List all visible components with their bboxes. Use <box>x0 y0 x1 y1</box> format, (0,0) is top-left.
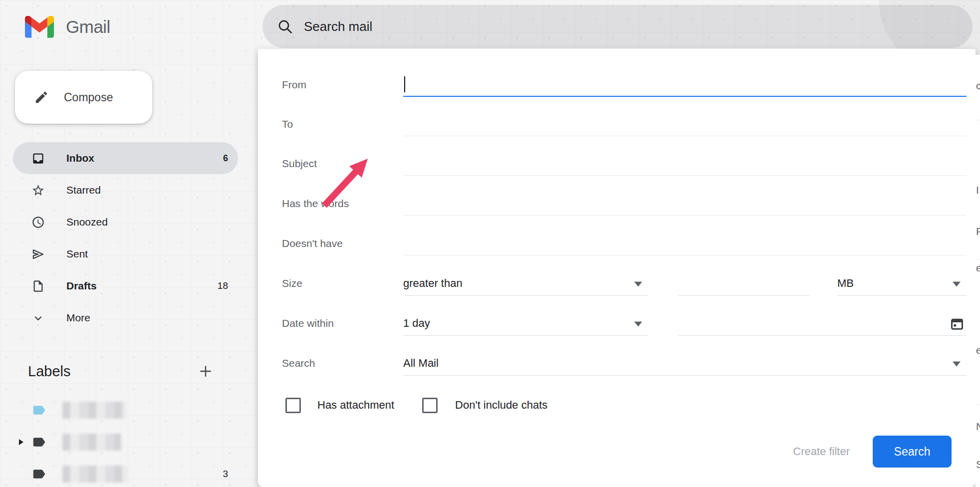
search-mail-bar[interactable]: Search mail <box>262 5 973 48</box>
sidebar-nav: Inbox 6 Starred Snoozed Sent <box>13 142 238 334</box>
clipped-text: F <box>976 226 980 238</box>
sidebar-item-more[interactable]: More <box>13 302 238 334</box>
inbox-count-badge: 6 <box>223 153 228 164</box>
sidebar-label-redacted-3[interactable]: 3 <box>13 458 238 487</box>
gmail-logo[interactable]: Gmail <box>25 16 110 38</box>
gmail-logo-text: Gmail <box>66 17 110 37</box>
checkbox-row: Has attachment Don't include chats <box>282 393 547 418</box>
field-label: Doesn't have <box>282 232 403 255</box>
size-operator-dropdown[interactable]: greater than <box>403 271 648 296</box>
field-label: Size <box>282 271 403 295</box>
dont-include-chats-checkbox[interactable] <box>422 398 438 413</box>
sidebar-label-redacted-1[interactable] <box>13 394 238 426</box>
calendar-icon[interactable] <box>950 316 965 331</box>
dropdown-arrow-icon <box>634 322 642 327</box>
sidebar-item-snoozed[interactable]: Snoozed <box>13 206 238 238</box>
text-cursor <box>404 76 405 92</box>
sidebar-item-label: Snoozed <box>66 216 108 228</box>
form-row-subject: Subject <box>282 152 967 176</box>
inbox-icon <box>31 152 45 165</box>
sidebar-item-label: Starred <box>66 184 101 196</box>
date-input[interactable] <box>678 311 967 336</box>
label-tag-icon <box>31 403 46 418</box>
plus-icon[interactable] <box>198 363 214 379</box>
size-unit-dropdown[interactable]: MB <box>837 271 967 296</box>
redacted-label-text <box>62 434 121 451</box>
label-count-badge: 3 <box>223 469 228 480</box>
sidebar-item-inbox[interactable]: Inbox 6 <box>13 142 238 174</box>
redacted-label-text <box>62 466 128 483</box>
sidebar-label-redacted-2[interactable] <box>13 426 238 458</box>
clipped-text: I <box>976 184 979 196</box>
search-button[interactable]: Search <box>873 436 952 468</box>
form-row-date-within: Date within 1 day <box>282 311 967 335</box>
to-input[interactable] <box>403 112 967 136</box>
drafts-count-badge: 18 <box>218 280 228 291</box>
star-icon <box>31 184 45 197</box>
pencil-icon <box>34 90 49 105</box>
create-filter-button[interactable]: Create filter <box>793 445 850 458</box>
search-scope-dropdown[interactable]: All Mail <box>403 351 967 376</box>
clipped-text: c <box>976 80 980 92</box>
clipped-text: N <box>976 421 980 433</box>
doesnt-have-input[interactable] <box>403 232 967 255</box>
sidebar: Gmail Compose Inbox 6 Starred Snoozed <box>0 0 256 487</box>
field-label: From <box>282 73 403 97</box>
has-attachment-checkbox[interactable] <box>285 398 301 413</box>
subject-input[interactable] <box>403 152 967 176</box>
search-icon[interactable] <box>277 18 293 34</box>
form-row-to: To <box>282 112 967 136</box>
form-row-search-scope: Search All Mail <box>282 351 967 375</box>
field-label: Has the words <box>282 192 403 216</box>
form-row-from: From <box>282 73 967 97</box>
size-amount-input[interactable] <box>678 271 809 296</box>
sidebar-item-sent[interactable]: Sent <box>13 238 238 270</box>
sidebar-item-label: Sent <box>66 248 88 260</box>
send-icon <box>31 247 45 261</box>
compose-button[interactable]: Compose <box>15 71 152 124</box>
clipped-text: S <box>976 459 980 471</box>
dropdown-arrow-icon <box>953 282 961 287</box>
gmail-app: { "app": { "title": "Gmail" }, "sidebar"… <box>0 0 980 487</box>
size-unit-value: MB <box>837 277 854 290</box>
dropdown-arrow-icon <box>634 282 642 287</box>
sidebar-item-drafts[interactable]: Drafts 18 <box>13 270 238 302</box>
field-label: Date within <box>282 311 403 335</box>
field-label: To <box>282 112 403 136</box>
form-row-size: Size greater than MB <box>282 271 967 295</box>
sidebar-item-label: Inbox <box>66 152 94 164</box>
search-placeholder: Search mail <box>304 19 372 34</box>
button-row: Create filter Search <box>793 435 952 468</box>
clipped-background-content: c I F e e N S <box>976 55 980 487</box>
clipped-text: e <box>976 262 980 274</box>
date-range-dropdown[interactable]: 1 day <box>403 311 648 336</box>
dont-include-chats-label[interactable]: Don't include chats <box>455 399 547 412</box>
dropdown-arrow-icon <box>953 362 961 367</box>
label-tag-icon <box>31 435 46 450</box>
chevron-down-icon <box>31 311 45 325</box>
from-input[interactable] <box>403 73 967 97</box>
clock-icon <box>31 216 45 229</box>
advanced-search-panel: From To Subject Has the words Doesn't ha… <box>258 49 976 487</box>
has-words-input[interactable] <box>403 192 967 216</box>
form-row-has-words: Has the words <box>282 192 967 216</box>
form-row-doesnt-have: Doesn't have <box>282 232 967 255</box>
sidebar-item-label: More <box>66 312 90 324</box>
expander-arrow-icon[interactable] <box>19 439 23 445</box>
search-scope-value: All Mail <box>403 357 439 370</box>
sidebar-item-starred[interactable]: Starred <box>13 174 238 206</box>
field-label: Search <box>282 351 403 375</box>
date-range-value: 1 day <box>403 317 430 330</box>
labels-list: 3 <box>13 394 238 487</box>
labels-section-header: Labels <box>28 358 228 384</box>
sidebar-item-label: Drafts <box>66 280 97 292</box>
clipped-text: e <box>976 344 980 356</box>
labels-title: Labels <box>28 363 70 380</box>
has-attachment-label[interactable]: Has attachment <box>317 399 394 412</box>
size-operator-value: greater than <box>403 277 463 290</box>
field-label: Subject <box>282 152 403 176</box>
compose-label: Compose <box>64 91 113 104</box>
gmail-logo-icon <box>25 16 54 38</box>
redacted-label-text <box>62 402 126 419</box>
draft-icon <box>31 279 45 293</box>
